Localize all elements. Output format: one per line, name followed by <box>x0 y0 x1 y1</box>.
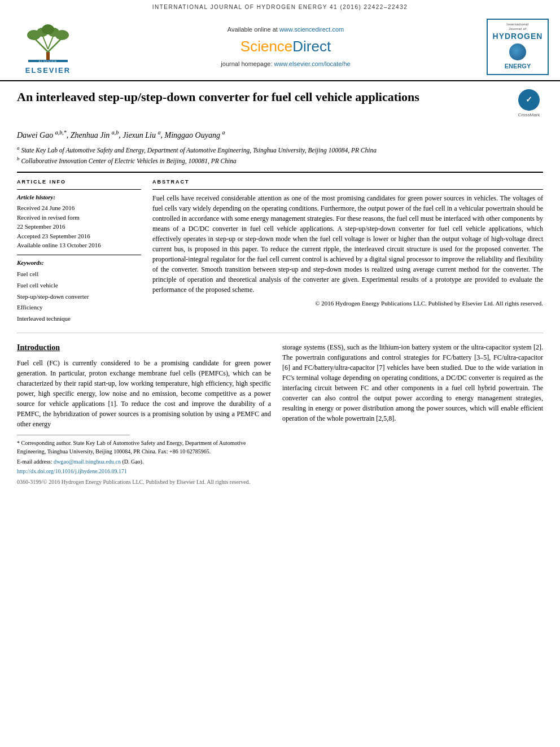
history-dates: Received 24 June 2016 Received in revise… <box>17 203 141 250</box>
article-content: An interleaved step-up/step-down convert… <box>0 81 560 325</box>
copyright-line: © 2016 Hydrogen Energy Publications LLC.… <box>152 299 543 308</box>
info-abstract-section: ARTICLE INFO Article history: Received 2… <box>17 178 543 325</box>
intro-text-right: storage systems (ESS), such as the lithi… <box>282 342 543 423</box>
doi-link[interactable]: http://dx.doi.org/10.1016/j.ijhydene.201… <box>17 467 271 475</box>
online-date: Available online 13 October 2016 <box>17 241 141 250</box>
title-section: An interleaved step-up/step-down convert… <box>17 89 543 124</box>
body-col-right: storage systems (ESS), such as the lithi… <box>282 342 543 486</box>
footnotes: * Corresponding author. State Key Lab of… <box>17 439 271 486</box>
keyword-1: Fuel cell <box>17 269 141 280</box>
crossmark-icon: ✓ <box>518 89 540 111</box>
issn-line: 0360-3199/© 2016 Hydrogen Energy Publica… <box>17 478 271 486</box>
svg-point-9 <box>42 24 54 34</box>
journal-header: INTERNATIONAL JOURNAL OF HYDROGEN ENERGY… <box>0 0 560 14</box>
keywords-title: Keywords: <box>17 259 141 267</box>
history-title: Article history: <box>17 193 141 202</box>
available-online-text: Available online at www.sciencedirect.co… <box>85 25 487 34</box>
article-info-panel: ARTICLE INFO Article history: Received 2… <box>17 178 141 325</box>
info-divider <box>17 189 141 190</box>
affiliations: a State Key Lab of Automotive Safety and… <box>17 145 543 166</box>
journal-homepage-url[interactable]: www.elsevier.com/locate/he <box>274 60 351 67</box>
logo-intl: InternationalJournal of <box>506 23 529 30</box>
revised-date: 22 September 2016 <box>17 222 141 231</box>
intro-text-left: Fuel cell (FC) is currently considered t… <box>17 358 271 429</box>
logo-circle-graphic <box>509 43 526 60</box>
received-date: Received 24 June 2016 <box>17 203 141 213</box>
thick-divider <box>17 172 543 173</box>
keyword-3: Step-up/step-down converter <box>17 291 141 303</box>
elsevier-label: ELSEVIER <box>25 65 71 76</box>
email-note: E-mail address: dwgao@mail.tsinghua.edu.… <box>17 457 271 466</box>
article-title: An interleaved step-up/step-down convert… <box>17 89 419 106</box>
banner: ELSEVIER ELSEVIER Available online at ww… <box>0 14 560 81</box>
main-body: Introduction Fuel cell (FC) is currently… <box>0 333 560 497</box>
revised-label: Received in revised form <box>17 213 141 222</box>
svg-rect-0 <box>46 52 50 60</box>
sci-part: Science <box>240 38 293 55</box>
abstract-text: Fuel cells have received considerable at… <box>152 193 543 295</box>
hydrogen-energy-logo: InternationalJournal of HYDROGEN ENERGY <box>487 19 549 75</box>
authors-line: Dawei Gao a,b,*, Zhenhua Jin a,b, Jiexun… <box>17 128 543 141</box>
article-info-title: ARTICLE INFO <box>17 178 141 186</box>
keywords-list: Fuel cell Fuel cell vehicle Step-up/step… <box>17 269 141 325</box>
sciencedirect-brand: ScienceDirect <box>85 36 487 56</box>
journal-homepage: journal homepage: www.elsevier.com/locat… <box>85 60 487 68</box>
logo-hydrogen: HYDROGEN <box>493 31 543 42</box>
logo-energy: ENERGY <box>505 62 531 71</box>
elsevier-logo: ELSEVIER ELSEVIER <box>11 18 85 76</box>
keyword-4: Efficiency <box>17 302 141 313</box>
keyword-5: Interleaved technique <box>17 313 141 325</box>
accepted-date: Accepted 23 September 2016 <box>17 231 141 241</box>
direct-part: Direct <box>292 38 331 55</box>
crossmark-badge: ✓ CrossMark <box>515 89 543 118</box>
corresponding-author-note: * Corresponding author. State Key Lab of… <box>17 439 271 456</box>
svg-text:ELSEVIER: ELSEVIER <box>39 60 57 63</box>
banner-center: Available online at www.sciencedirect.co… <box>85 25 487 69</box>
keywords-divider <box>17 255 141 255</box>
footnote-divider <box>17 435 130 435</box>
sciencedirect-url[interactable]: www.sciencedirect.com <box>279 26 344 33</box>
abstract-section: ABSTRACT Fuel cells have received consid… <box>152 178 543 325</box>
body-col-left: Introduction Fuel cell (FC) is currently… <box>17 342 271 486</box>
crossmark-label: CrossMark <box>518 112 540 118</box>
email-link[interactable]: dwgao@mail.tsinghua.edu.cn <box>54 458 121 465</box>
keyword-2: Fuel cell vehicle <box>17 280 141 291</box>
abstract-divider <box>152 189 543 190</box>
abstract-title: ABSTRACT <box>152 178 543 186</box>
introduction-title: Introduction <box>17 342 271 353</box>
